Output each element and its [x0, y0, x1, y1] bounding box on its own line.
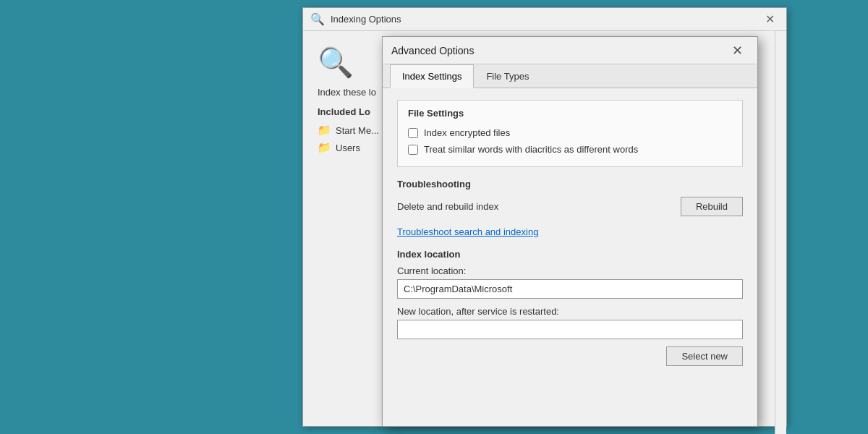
indexing-close-button[interactable]: ✕	[761, 11, 779, 27]
new-location-label: New location, after service is restarted…	[397, 306, 743, 317]
title-left: 🔍 Indexing Options	[310, 12, 401, 26]
file-settings-body: Index encrypted files Treat similar word…	[398, 122, 742, 166]
current-location-label: Current location:	[397, 265, 743, 276]
index-location-title: Index location	[397, 249, 743, 260]
new-location-input[interactable]	[397, 320, 743, 339]
users-label: Users	[336, 142, 360, 153]
checkbox-diacritics[interactable]	[408, 145, 418, 155]
checkbox-row-diacritics: Treat similar words with diacritics as d…	[408, 141, 732, 158]
rebuild-button[interactable]: Rebuild	[681, 197, 743, 216]
file-settings-label: File Settings	[398, 101, 742, 122]
dialog-titlebar: Advanced Options ✕	[383, 37, 757, 64]
advanced-options-dialog: Advanced Options ✕ Index Settings File T…	[382, 36, 758, 427]
file-settings-section: File Settings Index encrypted files Trea…	[397, 100, 743, 167]
startmenu-label: Start Me...	[336, 125, 379, 136]
dialog-close-button[interactable]: ✕	[726, 43, 749, 59]
tab-index-settings[interactable]: Index Settings	[390, 64, 474, 88]
bg-scrollbar	[775, 31, 786, 434]
rebuild-text: Delete and rebuild index	[397, 201, 498, 212]
tab-file-types[interactable]: File Types	[474, 64, 541, 88]
indexing-title-text: Indexing Options	[331, 14, 401, 25]
troubleshooting-section: Troubleshooting Delete and rebuild index…	[397, 179, 743, 237]
current-location-input	[397, 279, 743, 299]
tab-bar: Index Settings File Types	[383, 64, 757, 88]
select-new-button[interactable]: Select new	[666, 346, 743, 366]
folder-icon-startmenu: 📁	[318, 124, 331, 137]
checkbox-diacritics-label: Treat similar words with diacritics as d…	[424, 144, 638, 155]
checkbox-row-encrypted: Index encrypted files	[408, 124, 732, 141]
checkbox-encrypted-label: Index encrypted files	[424, 127, 510, 138]
dialog-content: File Settings Index encrypted files Trea…	[383, 88, 757, 389]
folder-icon-users: 📁	[318, 141, 331, 154]
checkbox-encrypted[interactable]	[408, 128, 418, 138]
rebuild-row: Delete and rebuild index Rebuild	[397, 197, 743, 216]
troubleshooting-label: Troubleshooting	[397, 179, 743, 190]
troubleshoot-link[interactable]: Troubleshoot search and indexing	[397, 226, 538, 237]
indexing-options-titlebar: 🔍 Indexing Options ✕	[303, 8, 786, 31]
index-location-section: Index location Current location: New loc…	[397, 249, 743, 366]
indexing-icon: 🔍	[310, 12, 325, 26]
dialog-title-text: Advanced Options	[391, 45, 474, 56]
